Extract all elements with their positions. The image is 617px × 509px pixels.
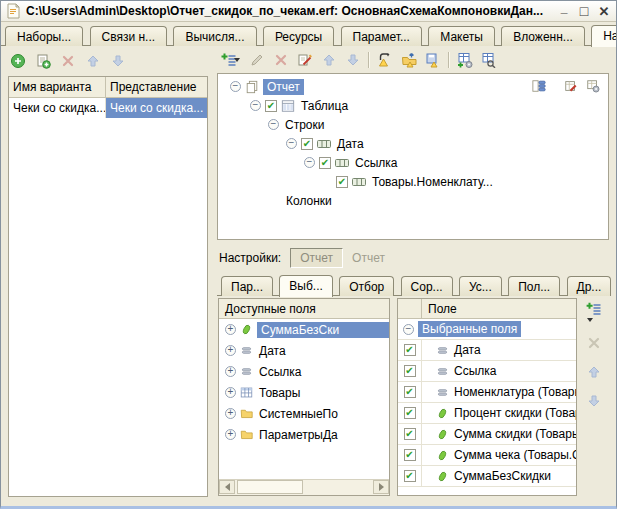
tab-data-sets[interactable]: Наборы... [5,26,83,46]
selected-field-row-sum-no-discount[interactable]: СуммаБезСкидки [398,466,576,487]
selected-field-row-check-sum[interactable]: Сумма чека (Товары.Сумм... [398,445,576,466]
tab-nested[interactable]: Вложенн... [501,26,585,46]
output-parameters-icon[interactable] [586,79,600,93]
move-up-structure-button[interactable] [320,51,338,69]
field-label[interactable]: Сумма чека (Товары.Сумм... [454,448,576,462]
tree-item-label[interactable]: Ссылка [353,155,399,171]
scroll-right-button[interactable] [373,480,389,494]
datasets-icon[interactable] [532,79,546,93]
field-label[interactable]: СистемныеПо [257,406,340,422]
field-label[interactable]: Дата [454,343,481,357]
field-label[interactable]: Товары [257,385,302,401]
date-checkbox[interactable] [301,138,313,150]
tree-item-label[interactable]: Дата [335,136,366,152]
tree-item-label[interactable]: Отчет [263,79,304,95]
expand-icon[interactable] [225,429,236,440]
tree-item-label[interactable]: Таблица [299,98,350,114]
collapse-icon[interactable] [304,157,315,168]
tree-item-table[interactable]: Таблица [218,96,608,115]
delete-field-button[interactable] [585,334,603,352]
field-label[interactable]: СуммаБезСки [257,322,389,338]
selected-fields-group-row[interactable]: Выбранные поля [398,319,576,340]
collapse-icon[interactable] [250,100,261,111]
tree-item-label[interactable]: Колонки [284,193,334,209]
field-checkbox[interactable] [404,365,416,377]
apply-default-settings-button[interactable] [376,51,394,69]
available-field-dataparams[interactable]: ПараметрыДа [219,424,389,445]
settings-variant-button[interactable]: Отчет [290,248,343,268]
available-field-date[interactable]: Дата [219,340,389,361]
minimize-button[interactable] [556,3,572,19]
tab-other[interactable]: Др... [567,276,612,296]
available-field-system[interactable]: СистемныеПо [219,403,389,424]
scrollbar-thumb[interactable] [237,480,303,494]
tree-item-columns-group[interactable]: Колонки [218,191,608,210]
tab-sorting[interactable]: Сор... [401,276,453,296]
add-variant-button[interactable] [9,52,27,70]
settings-wizard-button[interactable] [296,51,314,69]
field-label[interactable]: ПараметрыДа [257,427,340,443]
conditional-appearance-icon[interactable] [564,79,578,93]
tab-settings[interactable]: Настро... [591,25,617,47]
load-settings-button[interactable] [400,51,418,69]
add-structure-item-button[interactable] [218,51,242,69]
tree-item-link[interactable]: Ссылка [218,153,608,172]
field-label[interactable]: Дата [257,343,288,359]
field-label[interactable]: Номенклатура (Товары.Но... [454,385,576,399]
field-checkbox[interactable] [404,470,416,482]
selected-field-row-link[interactable]: Ссылка [398,361,576,382]
user-settings-view-button[interactable] [480,51,498,69]
field-label[interactable]: СуммаБезСкидки [454,469,551,483]
field-label[interactable]: Ссылка [454,364,496,378]
variant-row[interactable]: Чеки со скидка... Чеки со скидка... [9,98,207,118]
close-button[interactable] [596,3,612,19]
tab-parameters-settings[interactable]: Пар... [221,276,273,296]
copy-variant-button[interactable] [34,52,52,70]
scroll-left-button[interactable] [219,480,235,494]
tab-parameters[interactable]: Парамет... [341,26,422,46]
tab-links[interactable]: Связи н... [90,26,168,46]
collapse-icon[interactable] [268,119,279,130]
collapse-icon[interactable] [403,324,414,335]
expand-icon[interactable] [225,324,236,335]
expand-icon[interactable] [225,408,236,419]
move-field-up-button[interactable] [585,363,603,381]
field-checkbox[interactable] [404,449,416,461]
selected-field-row-nomenclature[interactable]: Номенклатура (Товары.Но... [398,382,576,403]
move-field-down-button[interactable] [585,392,603,410]
collapse-icon[interactable] [230,81,241,92]
field-checkbox[interactable] [404,344,416,356]
nomenclature-checkbox[interactable] [336,176,348,188]
tab-conditional[interactable]: Ус... [459,276,502,296]
delete-structure-item-button[interactable] [272,51,290,69]
edit-structure-item-button[interactable] [248,51,266,69]
move-up-variant-button[interactable] [84,52,102,70]
tree-item-rows-group[interactable]: Строки [218,115,608,134]
link-checkbox[interactable] [319,157,331,169]
tree-item-label[interactable]: Строки [283,117,326,133]
maximize-button[interactable] [576,3,592,19]
expand-icon[interactable] [225,366,236,377]
expand-icon[interactable] [225,345,236,356]
available-field-summabezski[interactable]: СуммаБезСки [219,319,389,340]
move-down-structure-button[interactable] [344,51,362,69]
selected-field-row-discount-sum[interactable]: Сумма скидки (Товары.Су... [398,424,576,445]
field-checkbox[interactable] [404,386,416,398]
expand-icon[interactable] [225,387,236,398]
available-field-link[interactable]: Ссылка [219,361,389,382]
available-field-goods[interactable]: Товары [219,382,389,403]
selected-field-row-date[interactable]: Дата [398,340,576,361]
tab-output-fields[interactable]: Пол... [508,276,560,296]
tab-templates[interactable]: Макеты [428,26,495,46]
variant-name-cell[interactable]: Чеки со скидка... [9,98,106,118]
user-settings-add-button[interactable] [456,51,474,69]
selected-field-row-discount-percent[interactable]: Процент скидки (Товары.П... [398,403,576,424]
field-label[interactable]: Ссылка [257,364,303,380]
tree-item-report[interactable]: Отчет [218,77,608,96]
delete-variant-button[interactable] [59,52,77,70]
move-down-variant-button[interactable] [109,52,127,70]
add-field-button[interactable] [585,301,603,323]
variant-presentation-cell[interactable]: Чеки со скидка... [106,98,207,118]
tab-resources[interactable]: Ресурсы [263,26,334,46]
field-checkbox[interactable] [404,407,416,419]
